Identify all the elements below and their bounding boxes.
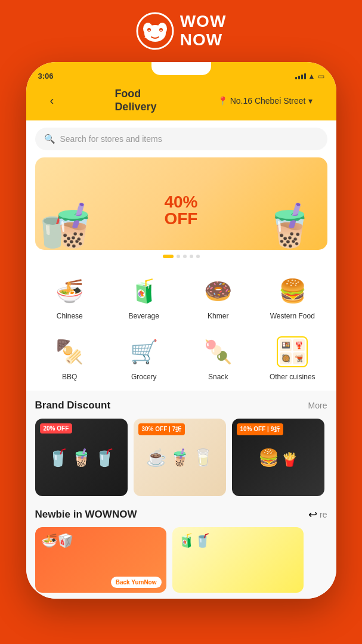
banner-cup-right: 🧋 <box>264 201 315 250</box>
back-yumnow-badge[interactable]: Back YumNow <box>111 577 162 588</box>
chevron-down-icon: ▾ <box>308 96 313 106</box>
western-food-label: Western Food <box>270 312 315 320</box>
snack-icon: 🍡 <box>201 335 236 369</box>
beverage-icon: 🧃 <box>126 274 161 308</box>
western-food-icon: 🍔 <box>275 274 310 308</box>
back-yumnow-text: Back YumNow <box>116 579 157 586</box>
nav-bar: ‹ Food Delivery 📍 No.16 Chebei Street ▾ <box>38 83 324 120</box>
banner-section: 🥤 🧋 40% OFF 🧋 <box>26 157 336 264</box>
brand-card-1[interactable]: 🥤 🧋 🥤 20% OFF <box>35 419 128 496</box>
newbie-title: Newbie in WOWNOW <box>35 509 137 521</box>
newbie-header: Newbie in WOWNOW ↩ re <box>35 508 327 521</box>
banner-dot-2 <box>177 255 180 258</box>
beverage-label: Beverage <box>129 312 159 320</box>
status-time: 3:06 <box>38 72 54 80</box>
category-western-food[interactable]: 🍔 Western Food <box>258 269 327 325</box>
oc-item-3: 🥘 <box>280 352 292 364</box>
oc-item-1: 🍱 <box>280 339 292 351</box>
brand-cards-container: 🥤 🧋 🥤 20% OFF ☕ 🧋 🥛 30% OFF | 7折 <box>35 419 327 496</box>
logo-text: WOW NOW <box>180 13 227 49</box>
svg-point-6 <box>148 30 149 31</box>
phone-mockup: 3:06 ▲ ▭ ‹ Food Delivery 📍 No.16 Chebei … <box>26 62 336 599</box>
brand-card-2-drinks: ☕ 🧋 🥛 <box>146 448 214 467</box>
banner-pagination <box>35 255 327 258</box>
banner-discount-content: 40% OFF <box>164 181 197 227</box>
search-bar[interactable]: 🔍 Search for stores and items <box>35 128 327 150</box>
brand-card-2-cup-1: ☕ <box>146 448 167 467</box>
category-grocery[interactable]: 🛒 Grocery <box>109 330 179 386</box>
search-icon: 🔍 <box>44 134 55 144</box>
brand-card-3[interactable]: 🍔 🍟 10% OFF | 9折 <box>232 419 324 496</box>
brand-card-2-cup-3: 🥛 <box>193 448 214 467</box>
back-button[interactable]: ‹ <box>50 94 54 107</box>
category-khmer[interactable]: 🍩 Khmer <box>184 269 253 325</box>
snack-label: Snack <box>208 373 228 381</box>
logo: WOW NOW <box>136 12 227 50</box>
search-section: 🔍 Search for stores and items <box>26 120 336 157</box>
app-header: WOW NOW <box>136 0 227 59</box>
other-cuisines-label: Other cuisines <box>270 373 315 381</box>
category-snack[interactable]: 🍡 Snack <box>184 330 253 386</box>
search-placeholder: Search for stores and items <box>60 134 162 144</box>
category-chinese[interactable]: 🍜 Chinese <box>35 269 105 325</box>
newbie-card-1[interactable]: 🍜🥡 Back YumNow <box>35 527 166 593</box>
newbie-card-2-content: 🧃🥤 <box>172 527 304 555</box>
categories-section: 🍜 Chinese 🧃 Beverage 🍩 Khmer 🍔 Western F… <box>26 264 336 391</box>
category-other-cuisines[interactable]: 🍱 🦞 🥘 🫕 Other cuisines <box>258 330 327 386</box>
drink-cup-2: 🧋 <box>71 448 92 467</box>
brand-card-2-cup-2: 🧋 <box>169 448 190 467</box>
khmer-icon: 🍩 <box>201 274 236 308</box>
category-grid: 🍜 Chinese 🧃 Beverage 🍩 Khmer 🍔 Western F… <box>35 269 327 386</box>
brand-card-2[interactable]: ☕ 🧋 🥛 30% OFF | 7折 <box>134 419 226 496</box>
phone-top-bar: 3:06 ▲ ▭ ‹ Food Delivery 📍 No.16 Chebei … <box>26 62 336 120</box>
drink-cup-1: 🥤 <box>48 448 69 467</box>
page-title: Food Delivery <box>115 88 156 113</box>
banner-dot-3 <box>183 255 187 258</box>
brand-discount-header: Brand Discount More <box>35 400 327 411</box>
banner-dot-1 <box>163 255 174 258</box>
phone-notch <box>151 62 211 75</box>
promo-banner[interactable]: 🥤 🧋 40% OFF 🧋 <box>35 157 327 250</box>
oc-item-2: 🦞 <box>293 339 305 351</box>
signal-icon <box>295 73 306 79</box>
brand-discount-section: Brand Discount More 🥤 🧋 🥤 20% OFF ☕ <box>26 391 336 502</box>
elephant-logo-icon <box>136 12 174 50</box>
svg-point-7 <box>160 30 161 31</box>
bbq-icon: 🍢 <box>52 335 87 369</box>
oc-item-4: 🫕 <box>293 352 305 364</box>
chinese-icon: 🍜 <box>52 274 87 308</box>
banner-discount-text: 40% OFF <box>164 181 197 227</box>
brand-discount-title: Brand Discount <box>35 400 111 411</box>
location-selector[interactable]: 📍 No.16 Chebei Street ▾ <box>218 96 313 106</box>
drink-cup-3: 🥤 <box>94 448 115 467</box>
banner-dot-4 <box>190 255 193 258</box>
brand-discount-more[interactable]: More <box>308 401 327 410</box>
chinese-label: Chinese <box>57 312 83 320</box>
brand-card-1-drinks: 🥤 🧋 🥤 <box>48 448 115 467</box>
banner-cup-left: 🧋 <box>47 201 99 250</box>
bbq-label: BBQ <box>62 373 77 381</box>
newbie-more[interactable]: re <box>320 510 327 519</box>
banner-dot-5 <box>196 255 200 258</box>
location-pin-icon: 📍 <box>218 96 228 106</box>
brand-card-3-content: 🍔 🍟 <box>258 448 298 467</box>
location-text: No.16 Chebei Street <box>230 96 306 106</box>
wifi-icon: ▲ <box>308 72 315 80</box>
other-cuisines-icon: 🍱 🦞 🥘 🫕 <box>275 335 310 369</box>
newbie-cards-container: 🍜🥡 Back YumNow 🧃🥤 <box>35 527 327 593</box>
newbie-section: Newbie in WOWNOW ↩ re 🍜🥡 Back YumNow 🧃🥤 <box>26 502 336 599</box>
category-bbq[interactable]: 🍢 BBQ <box>35 330 105 386</box>
newbie-more-container[interactable]: ↩ re <box>308 508 327 521</box>
battery-icon: ▭ <box>318 72 324 80</box>
reply-icon: ↩ <box>308 508 317 521</box>
brand-card-1-badge: 20% OFF <box>40 423 73 434</box>
brand-card-3-badge: 10% OFF | 9折 <box>237 423 284 435</box>
grocery-icon: 🛒 <box>126 335 161 369</box>
newbie-card-2[interactable]: 🧃🥤 <box>172 527 304 593</box>
grocery-label: Grocery <box>131 373 157 381</box>
category-beverage[interactable]: 🧃 Beverage <box>109 269 179 325</box>
brand-card-2-badge: 30% OFF | 7折 <box>138 423 185 435</box>
status-icons: ▲ ▭ <box>295 72 324 80</box>
newbie-card-1-content: 🍜🥡 <box>35 527 166 555</box>
khmer-label: Khmer <box>208 312 228 320</box>
